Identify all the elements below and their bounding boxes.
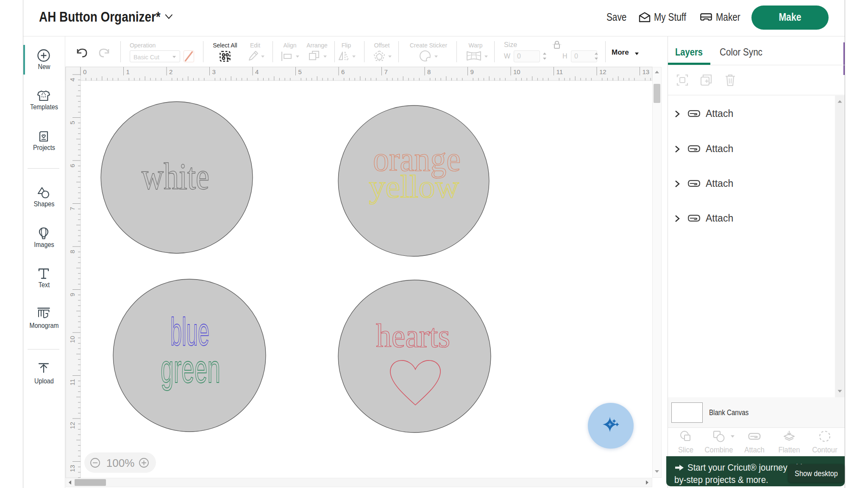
- svg-text:hearts: hearts: [376, 317, 450, 354]
- svg-text:yellow: yellow: [369, 169, 459, 204]
- svg-text:white: white: [142, 156, 209, 197]
- svg-text:green: green: [161, 347, 220, 391]
